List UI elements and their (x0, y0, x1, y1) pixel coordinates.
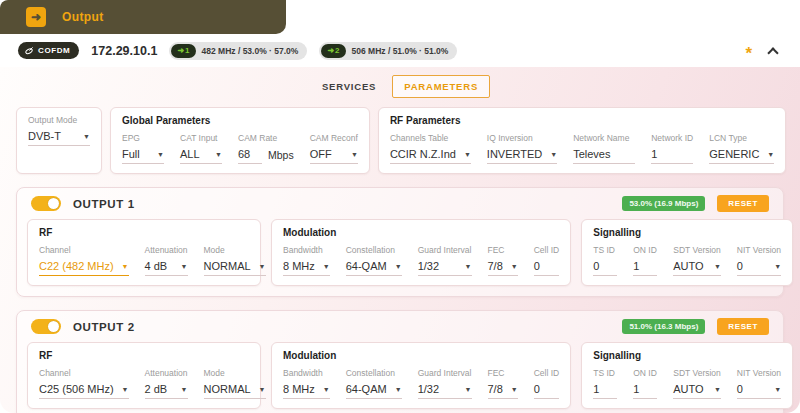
chevron-down-icon: ▼ (122, 386, 129, 393)
field-cell-id: Cell ID 0 (534, 245, 560, 276)
output-2-card: OUTPUT 2 51.0% (16.3 Mbps) RESET RF Chan… (16, 310, 784, 413)
output-1-ts-id-input[interactable]: 0 (593, 260, 617, 276)
output-1-bandwidth-select[interactable]: 8 MHz ▼ (283, 260, 330, 276)
attenuation-label: Attenuation (145, 245, 188, 255)
output-2-fec-select[interactable]: 7/8 ▼ (488, 383, 518, 399)
mode-label: Mode (204, 245, 266, 255)
global-parameters-panel: Global Parameters EPG Full ▼ CAT Input A… (110, 107, 370, 174)
network-name-value: Televes (573, 148, 610, 160)
output-1-modulation-panel: Modulation Bandwidth 8 MHz ▼ Constellati… (271, 219, 571, 286)
output-1-fec-select[interactable]: 7/8 ▼ (488, 260, 518, 276)
output-1-channel-select[interactable]: C22 (482 MHz) ▼ (39, 260, 129, 276)
output-1-on-id-input[interactable]: 1 (633, 260, 657, 276)
output-2-nit-version-select[interactable]: 0 ▼ (737, 383, 781, 399)
field-ts-id: TS ID 0 (593, 245, 617, 276)
field-attenuation: Attenuation 4 dB ▼ (145, 245, 188, 276)
nit-version-value: 0 (737, 383, 743, 395)
output-1-nit-version-select[interactable]: 0 ▼ (737, 260, 781, 276)
module-title-bar: ➜ Output (0, 0, 286, 34)
main-content: SERVICES PARAMETERS Output Mode DVB-T ▼ … (0, 67, 800, 413)
output-2-bandwidth-select[interactable]: 8 MHz ▼ (283, 383, 330, 399)
field-guard-interval: Guard Interval 1/32 ▼ (418, 245, 472, 276)
sdt-version-value: AUTO (673, 260, 703, 272)
cat-input-value: ALL (180, 148, 200, 160)
constellation-label: Constellation (346, 368, 402, 378)
chevron-down-icon: ▼ (323, 386, 330, 393)
guard-interval-label: Guard Interval (418, 245, 472, 255)
output-2-mode-select[interactable]: NORMAL ▼ (204, 383, 266, 399)
cam-rate-input[interactable]: 68 (238, 148, 262, 164)
output-1-guard-interval-select[interactable]: 1/32 ▼ (418, 260, 472, 276)
lcn-type-select[interactable]: GENERIC ▼ (709, 148, 774, 164)
field-mode: Mode NORMAL ▼ (204, 245, 266, 276)
output-mode-select[interactable]: DVB-T ▼ (28, 130, 90, 146)
output-2-reset-button[interactable]: RESET (717, 318, 769, 335)
output-2-channel-select[interactable]: C25 (506 MHz) ▼ (39, 383, 129, 399)
output-1-toggle[interactable] (31, 196, 61, 211)
output-1-signalling-title: Signalling (593, 227, 781, 238)
cam-rate-label: CAM Rate (238, 133, 294, 143)
output1-status-pill: ➜1 482 MHz / 53.0% · 57.0% (169, 42, 307, 60)
iq-inversion-label: IQ Inversion (487, 133, 557, 143)
field-iq-inversion: IQ Inversion INVERTED ▼ (487, 133, 557, 164)
ts-id-label: TS ID (593, 245, 617, 255)
channels-table-select[interactable]: CCIR N.Z.Ind ▼ (390, 148, 471, 164)
epg-select[interactable]: Full ▼ (122, 148, 164, 164)
iq-inversion-select[interactable]: INVERTED ▼ (487, 148, 557, 164)
output-2-header: OUTPUT 2 51.0% (16.3 Mbps) RESET (27, 318, 773, 335)
network-name-input[interactable]: Televes (573, 148, 635, 164)
nit-version-label: NIT Version (737, 245, 781, 255)
chevron-down-icon: ▼ (181, 386, 188, 393)
output-1-card: OUTPUT 1 53.0% (16.9 Mbps) RESET RF Chan… (16, 187, 784, 297)
output-1-cell-id-input[interactable]: 0 (534, 260, 560, 276)
guard-interval-value: 1/32 (418, 383, 439, 395)
chevron-down-icon: ▼ (323, 263, 330, 270)
output-1-mode-select[interactable]: NORMAL ▼ (204, 260, 266, 276)
output-2-constellation-select[interactable]: 64-QAM ▼ (346, 383, 402, 399)
field-cam-reconf: CAM Reconf OFF ▼ (310, 133, 358, 164)
output-2-toggle[interactable] (31, 319, 61, 334)
tab-parameters[interactable]: PARAMETERS (392, 75, 490, 98)
output-icon: ➜ (26, 7, 46, 27)
output-1-reset-button[interactable]: RESET (717, 195, 769, 212)
network-id-input[interactable]: 1 (651, 148, 693, 164)
field-sdt-version: SDT Version AUTO ▼ (673, 368, 721, 399)
output-1-attenuation-select[interactable]: 4 dB ▼ (145, 260, 188, 276)
output-2-bitrate-badge: 51.0% (16.3 Mbps) (622, 319, 705, 334)
cam-reconf-select[interactable]: OFF ▼ (310, 148, 358, 164)
cat-input-select[interactable]: ALL ▼ (180, 148, 222, 164)
sdt-version-label: SDT Version (673, 245, 721, 255)
chevron-down-icon: ▼ (259, 386, 266, 393)
output-2-rf-panel: RF Channel C25 (506 MHz) ▼ Attenuation (27, 342, 261, 409)
output-2-cell-id-input[interactable]: 0 (534, 383, 560, 399)
nit-version-label: NIT Version (737, 368, 781, 378)
tab-services[interactable]: SERVICES (310, 75, 388, 98)
network-id-label: Network ID (651, 133, 693, 143)
chevron-down-icon: ▼ (464, 151, 471, 158)
output-2-on-id-input[interactable]: 1 (633, 383, 657, 399)
app-window: ➜ Output COFDM 172.29.10.1 ➜1 482 MHz / … (0, 0, 800, 413)
ts-id-label: TS ID (593, 368, 617, 378)
chevron-down-icon: ▼ (259, 263, 266, 270)
output-2-guard-interval-select[interactable]: 1/32 ▼ (418, 383, 472, 399)
field-nit-version: NIT Version 0 ▼ (737, 245, 781, 276)
modulator-icon (25, 46, 34, 55)
output-1-constellation-select[interactable]: 64-QAM ▼ (346, 260, 402, 276)
ts-id-value: 0 (593, 260, 599, 272)
collapse-button[interactable] (764, 42, 782, 60)
output-2-ts-id-input[interactable]: 1 (593, 383, 617, 399)
field-ts-id: TS ID 1 (593, 368, 617, 399)
attenuation-label: Attenuation (145, 368, 188, 378)
fec-value: 7/8 (488, 260, 503, 272)
epg-value: Full (122, 148, 140, 160)
output-1-sdt-version-select[interactable]: AUTO ▼ (673, 260, 721, 276)
cam-reconf-value: OFF (310, 148, 332, 160)
chevron-down-icon: ▼ (83, 133, 90, 140)
chevron-down-icon: ▼ (767, 151, 774, 158)
sdt-version-value: AUTO (673, 383, 703, 395)
output-2-attenuation-select[interactable]: 2 dB ▼ (145, 383, 188, 399)
output-2-sdt-version-select[interactable]: AUTO ▼ (673, 383, 721, 399)
sdt-version-label: SDT Version (673, 368, 721, 378)
device-status-bar: COFDM 172.29.10.1 ➜1 482 MHz / 53.0% · 5… (0, 34, 800, 67)
field-bandwidth: Bandwidth 8 MHz ▼ (283, 368, 330, 399)
